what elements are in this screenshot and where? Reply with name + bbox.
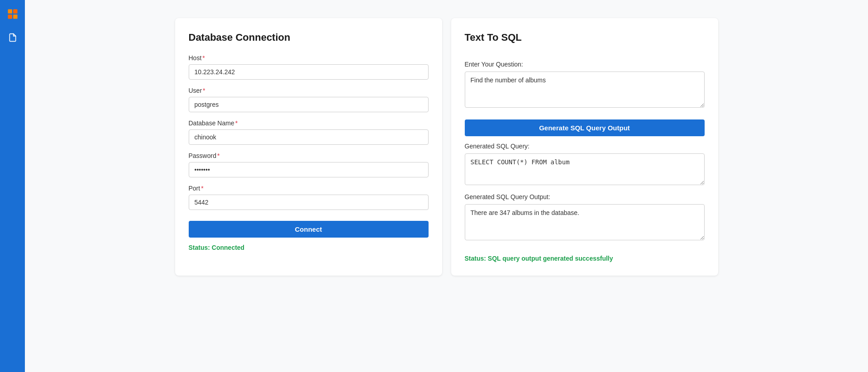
db-name-input[interactable] <box>189 129 429 145</box>
sql-status: Status: SQL query output generated succe… <box>465 255 705 262</box>
output-label: Generated SQL Query Output: <box>465 193 705 200</box>
port-input[interactable] <box>189 195 429 210</box>
db-name-required: * <box>235 119 238 127</box>
db-connection-card: Database Connection Host* User* Database… <box>175 18 442 276</box>
password-label: Password* <box>189 152 429 159</box>
host-group: Host* <box>189 54 429 80</box>
question-label: Enter Your Question: <box>465 61 705 68</box>
host-required: * <box>202 54 205 62</box>
sidebar-logo <box>5 7 20 21</box>
text-to-sql-card: Text To SQL Enter Your Question: Find th… <box>451 18 718 276</box>
user-input[interactable] <box>189 97 429 112</box>
generated-sql-label: Generated SQL Query: <box>465 143 705 150</box>
port-group: Port* <box>189 185 429 210</box>
db-name-group: Database Name* <box>189 119 429 145</box>
cards-container: Database Connection Host* User* Database… <box>175 18 718 276</box>
password-input[interactable] <box>189 162 429 177</box>
user-required: * <box>203 87 205 94</box>
question-textarea[interactable]: Find the number of albums <box>465 72 705 108</box>
db-connection-title: Database Connection <box>189 32 429 43</box>
host-label: Host* <box>189 54 429 62</box>
db-name-label: Database Name* <box>189 119 429 127</box>
question-section: Enter Your Question: Find the number of … <box>465 61 705 110</box>
svg-rect-2 <box>8 14 12 19</box>
text-to-sql-title: Text To SQL <box>465 32 705 43</box>
user-label: User* <box>189 87 429 94</box>
svg-rect-0 <box>8 10 12 14</box>
main-content: Database Connection Host* User* Database… <box>25 0 868 372</box>
output-section: Generated SQL Query Output: There are 34… <box>465 193 705 242</box>
db-connection-status: Status: Connected <box>189 244 429 251</box>
svg-rect-3 <box>13 14 17 19</box>
user-group: User* <box>189 87 429 112</box>
port-label: Port* <box>189 185 429 192</box>
generated-sql-section: Generated SQL Query: SELECT COUNT(*) FRO… <box>465 143 705 187</box>
connect-button[interactable]: Connect <box>189 221 429 238</box>
output-textarea[interactable]: There are 347 albums in the database. <box>465 204 705 240</box>
password-group: Password* <box>189 152 429 177</box>
generate-button[interactable]: Generate SQL Query Output <box>465 119 705 136</box>
port-required: * <box>201 185 203 192</box>
generated-sql-textarea[interactable]: SELECT COUNT(*) FROM album <box>465 153 705 185</box>
document-icon[interactable] <box>5 30 20 45</box>
svg-rect-1 <box>13 10 17 14</box>
password-required: * <box>217 152 219 159</box>
sidebar <box>0 0 25 372</box>
host-input[interactable] <box>189 64 429 80</box>
